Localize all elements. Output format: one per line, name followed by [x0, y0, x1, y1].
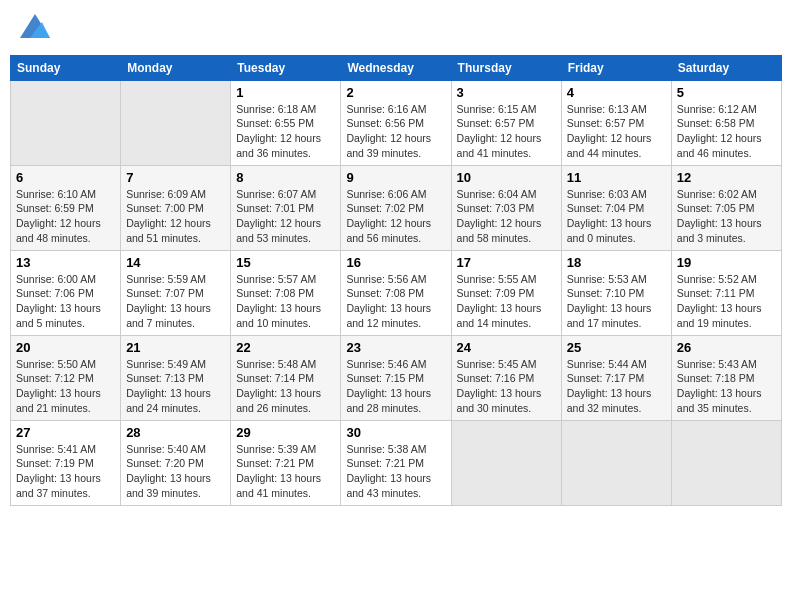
- calendar-week-3: 13Sunrise: 6:00 AM Sunset: 7:06 PM Dayli…: [11, 250, 782, 335]
- day-number: 17: [457, 255, 556, 270]
- day-number: 27: [16, 425, 115, 440]
- day-number: 14: [126, 255, 225, 270]
- day-detail: Sunrise: 5:50 AM Sunset: 7:12 PM Dayligh…: [16, 357, 115, 416]
- calendar-body: 1Sunrise: 6:18 AM Sunset: 6:55 PM Daylig…: [11, 80, 782, 505]
- day-detail: Sunrise: 5:55 AM Sunset: 7:09 PM Dayligh…: [457, 272, 556, 331]
- day-detail: Sunrise: 6:07 AM Sunset: 7:01 PM Dayligh…: [236, 187, 335, 246]
- day-detail: Sunrise: 6:04 AM Sunset: 7:03 PM Dayligh…: [457, 187, 556, 246]
- calendar-cell: 10Sunrise: 6:04 AM Sunset: 7:03 PM Dayli…: [451, 165, 561, 250]
- calendar-week-1: 1Sunrise: 6:18 AM Sunset: 6:55 PM Daylig…: [11, 80, 782, 165]
- calendar-cell: 13Sunrise: 6:00 AM Sunset: 7:06 PM Dayli…: [11, 250, 121, 335]
- weekday-header-thursday: Thursday: [451, 55, 561, 80]
- calendar-cell: 20Sunrise: 5:50 AM Sunset: 7:12 PM Dayli…: [11, 335, 121, 420]
- day-number: 23: [346, 340, 445, 355]
- calendar-cell: 11Sunrise: 6:03 AM Sunset: 7:04 PM Dayli…: [561, 165, 671, 250]
- day-detail: Sunrise: 6:13 AM Sunset: 6:57 PM Dayligh…: [567, 102, 666, 161]
- weekday-header-sunday: Sunday: [11, 55, 121, 80]
- day-number: 20: [16, 340, 115, 355]
- day-number: 25: [567, 340, 666, 355]
- calendar-cell: [11, 80, 121, 165]
- calendar-cell: 29Sunrise: 5:39 AM Sunset: 7:21 PM Dayli…: [231, 420, 341, 505]
- day-number: 30: [346, 425, 445, 440]
- calendar-week-2: 6Sunrise: 6:10 AM Sunset: 6:59 PM Daylig…: [11, 165, 782, 250]
- day-number: 16: [346, 255, 445, 270]
- day-number: 18: [567, 255, 666, 270]
- day-detail: Sunrise: 6:12 AM Sunset: 6:58 PM Dayligh…: [677, 102, 776, 161]
- day-number: 7: [126, 170, 225, 185]
- day-detail: Sunrise: 6:02 AM Sunset: 7:05 PM Dayligh…: [677, 187, 776, 246]
- day-number: 29: [236, 425, 335, 440]
- day-number: 24: [457, 340, 556, 355]
- calendar-cell: [561, 420, 671, 505]
- calendar-cell: 2Sunrise: 6:16 AM Sunset: 6:56 PM Daylig…: [341, 80, 451, 165]
- day-number: 11: [567, 170, 666, 185]
- day-number: 3: [457, 85, 556, 100]
- calendar-cell: 24Sunrise: 5:45 AM Sunset: 7:16 PM Dayli…: [451, 335, 561, 420]
- day-detail: Sunrise: 5:48 AM Sunset: 7:14 PM Dayligh…: [236, 357, 335, 416]
- day-detail: Sunrise: 5:59 AM Sunset: 7:07 PM Dayligh…: [126, 272, 225, 331]
- day-detail: Sunrise: 5:39 AM Sunset: 7:21 PM Dayligh…: [236, 442, 335, 501]
- calendar-cell: 23Sunrise: 5:46 AM Sunset: 7:15 PM Dayli…: [341, 335, 451, 420]
- calendar-cell: [671, 420, 781, 505]
- page-header: [10, 10, 782, 47]
- weekday-header-saturday: Saturday: [671, 55, 781, 80]
- day-detail: Sunrise: 5:43 AM Sunset: 7:18 PM Dayligh…: [677, 357, 776, 416]
- day-number: 21: [126, 340, 225, 355]
- day-detail: Sunrise: 6:15 AM Sunset: 6:57 PM Dayligh…: [457, 102, 556, 161]
- calendar-cell: 4Sunrise: 6:13 AM Sunset: 6:57 PM Daylig…: [561, 80, 671, 165]
- day-detail: Sunrise: 5:52 AM Sunset: 7:11 PM Dayligh…: [677, 272, 776, 331]
- day-detail: Sunrise: 6:18 AM Sunset: 6:55 PM Dayligh…: [236, 102, 335, 161]
- day-detail: Sunrise: 5:56 AM Sunset: 7:08 PM Dayligh…: [346, 272, 445, 331]
- day-number: 4: [567, 85, 666, 100]
- day-detail: Sunrise: 5:40 AM Sunset: 7:20 PM Dayligh…: [126, 442, 225, 501]
- day-number: 26: [677, 340, 776, 355]
- day-detail: Sunrise: 5:44 AM Sunset: 7:17 PM Dayligh…: [567, 357, 666, 416]
- calendar-cell: 30Sunrise: 5:38 AM Sunset: 7:21 PM Dayli…: [341, 420, 451, 505]
- day-detail: Sunrise: 6:16 AM Sunset: 6:56 PM Dayligh…: [346, 102, 445, 161]
- calendar-cell: 12Sunrise: 6:02 AM Sunset: 7:05 PM Dayli…: [671, 165, 781, 250]
- weekday-header-row: SundayMondayTuesdayWednesdayThursdayFrid…: [11, 55, 782, 80]
- calendar-cell: [121, 80, 231, 165]
- day-number: 15: [236, 255, 335, 270]
- day-detail: Sunrise: 5:46 AM Sunset: 7:15 PM Dayligh…: [346, 357, 445, 416]
- calendar-cell: 17Sunrise: 5:55 AM Sunset: 7:09 PM Dayli…: [451, 250, 561, 335]
- calendar-cell: 6Sunrise: 6:10 AM Sunset: 6:59 PM Daylig…: [11, 165, 121, 250]
- logo-icon: [20, 14, 50, 38]
- day-detail: Sunrise: 6:10 AM Sunset: 6:59 PM Dayligh…: [16, 187, 115, 246]
- day-number: 1: [236, 85, 335, 100]
- day-detail: Sunrise: 6:00 AM Sunset: 7:06 PM Dayligh…: [16, 272, 115, 331]
- calendar-week-4: 20Sunrise: 5:50 AM Sunset: 7:12 PM Dayli…: [11, 335, 782, 420]
- calendar-cell: 5Sunrise: 6:12 AM Sunset: 6:58 PM Daylig…: [671, 80, 781, 165]
- day-number: 8: [236, 170, 335, 185]
- weekday-header-wednesday: Wednesday: [341, 55, 451, 80]
- day-number: 13: [16, 255, 115, 270]
- calendar-header: SundayMondayTuesdayWednesdayThursdayFrid…: [11, 55, 782, 80]
- calendar-cell: 21Sunrise: 5:49 AM Sunset: 7:13 PM Dayli…: [121, 335, 231, 420]
- day-number: 12: [677, 170, 776, 185]
- day-number: 22: [236, 340, 335, 355]
- calendar-cell: 15Sunrise: 5:57 AM Sunset: 7:08 PM Dayli…: [231, 250, 341, 335]
- calendar-week-5: 27Sunrise: 5:41 AM Sunset: 7:19 PM Dayli…: [11, 420, 782, 505]
- calendar-cell: 14Sunrise: 5:59 AM Sunset: 7:07 PM Dayli…: [121, 250, 231, 335]
- calendar-cell: [451, 420, 561, 505]
- day-detail: Sunrise: 6:09 AM Sunset: 7:00 PM Dayligh…: [126, 187, 225, 246]
- calendar-cell: 28Sunrise: 5:40 AM Sunset: 7:20 PM Dayli…: [121, 420, 231, 505]
- weekday-header-monday: Monday: [121, 55, 231, 80]
- day-number: 6: [16, 170, 115, 185]
- day-number: 2: [346, 85, 445, 100]
- calendar-table: SundayMondayTuesdayWednesdayThursdayFrid…: [10, 55, 782, 506]
- day-detail: Sunrise: 6:06 AM Sunset: 7:02 PM Dayligh…: [346, 187, 445, 246]
- day-number: 5: [677, 85, 776, 100]
- day-detail: Sunrise: 5:49 AM Sunset: 7:13 PM Dayligh…: [126, 357, 225, 416]
- calendar-cell: 25Sunrise: 5:44 AM Sunset: 7:17 PM Dayli…: [561, 335, 671, 420]
- day-detail: Sunrise: 5:57 AM Sunset: 7:08 PM Dayligh…: [236, 272, 335, 331]
- day-detail: Sunrise: 6:03 AM Sunset: 7:04 PM Dayligh…: [567, 187, 666, 246]
- calendar-cell: 18Sunrise: 5:53 AM Sunset: 7:10 PM Dayli…: [561, 250, 671, 335]
- calendar-cell: 3Sunrise: 6:15 AM Sunset: 6:57 PM Daylig…: [451, 80, 561, 165]
- day-number: 19: [677, 255, 776, 270]
- calendar-cell: 27Sunrise: 5:41 AM Sunset: 7:19 PM Dayli…: [11, 420, 121, 505]
- logo: [18, 14, 50, 43]
- day-number: 10: [457, 170, 556, 185]
- day-detail: Sunrise: 5:45 AM Sunset: 7:16 PM Dayligh…: [457, 357, 556, 416]
- calendar-cell: 16Sunrise: 5:56 AM Sunset: 7:08 PM Dayli…: [341, 250, 451, 335]
